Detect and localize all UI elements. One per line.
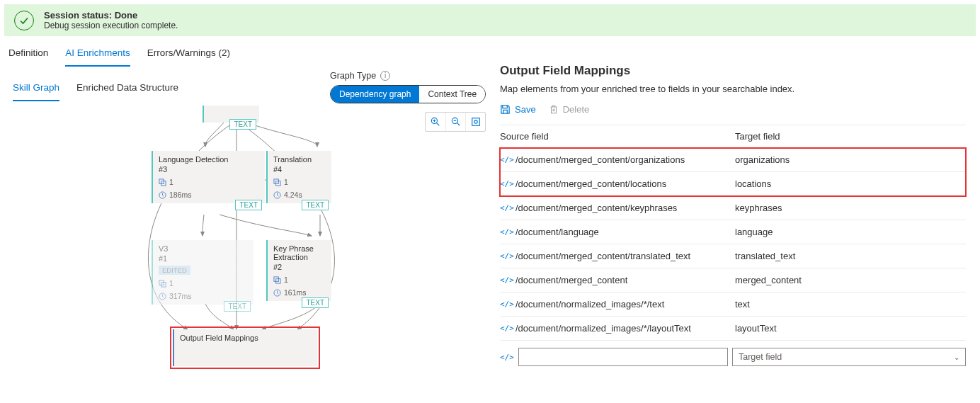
code-icon: </>: [500, 227, 515, 237]
status-banner: Session status: Done Debug session execu…: [4, 4, 976, 36]
page-title: Output Field Mappings: [500, 64, 966, 78]
code-icon: </>: [500, 324, 515, 333]
target-field-value: language: [735, 227, 966, 237]
text-tag: TEXT: [224, 301, 251, 312]
mapping-row[interactable]: </> /document/merged_content/organizatio…: [500, 148, 966, 172]
text-tag: TEXT: [229, 119, 256, 130]
status-subtitle: Debug session execution complete.: [44, 21, 178, 30]
source-field-value: /document/merged_content/keyphrases: [515, 203, 735, 213]
code-icon: </>: [500, 251, 515, 261]
header-target-field: Target field: [735, 131, 966, 142]
trash-icon: [549, 104, 559, 115]
code-icon: </>: [500, 203, 515, 212]
target-field-value: translated_text: [735, 251, 966, 261]
skill-name: Language Detection: [159, 155, 259, 164]
mapping-row[interactable]: </> /document/merged_content merged_cont…: [500, 268, 966, 293]
edited-badge: EDITED: [159, 266, 190, 275]
skill-id: #3: [159, 165, 259, 174]
target-field-value: merged_content: [735, 275, 966, 285]
skill-node-language-detection[interactable]: Language Detection #3 1 186ms TEXT: [152, 151, 265, 203]
mapping-row[interactable]: </> /document/merged_content/translated_…: [500, 244, 966, 268]
skill-id: #2: [273, 263, 326, 271]
status-title: Session status: Done: [44, 10, 178, 21]
source-field-value: /document/merged_content/translated_text: [515, 251, 735, 261]
mapping-table-header: Source field Target field: [500, 125, 966, 148]
skill-name: V3: [159, 244, 248, 253]
skill-name: Key Phrase Extraction: [273, 244, 326, 261]
highlighted-rows: </> /document/merged_content/organizatio…: [500, 148, 966, 196]
target-field-value: layoutText: [735, 323, 966, 334]
tab-skill-graph[interactable]: Skill Graph: [13, 79, 59, 101]
target-field-value: text: [735, 299, 966, 310]
mapping-row[interactable]: </> /document/merged_content/locations l…: [500, 172, 966, 196]
info-icon[interactable]: i: [380, 71, 390, 81]
text-tag: TEXT: [302, 200, 329, 210]
tab-enriched-data[interactable]: Enriched Data Structure: [76, 79, 178, 101]
code-icon: </>: [500, 276, 515, 285]
toggle-context-tree[interactable]: Context Tree: [419, 86, 485, 103]
skill-name: Translation: [273, 155, 326, 164]
mapping-row[interactable]: </> /document/normalized_images/*/layout…: [500, 317, 966, 341]
source-field-value: /document/merged_content/locations: [515, 178, 735, 189]
source-field-value: /document/normalized_images/*/text: [515, 299, 735, 310]
tab-definition[interactable]: Definition: [8, 43, 48, 67]
skill-node-output-field-mappings[interactable]: Output Field Mappings: [173, 329, 317, 366]
skill-name: Output Field Mappings: [180, 334, 312, 342]
source-field-value: /document/merged_content/organizations: [515, 154, 735, 165]
toggle-dependency-graph[interactable]: Dependency graph: [331, 86, 419, 103]
save-button[interactable]: Save: [500, 104, 536, 115]
skill-node-v3[interactable]: V3 #1 EDITED 1 317ms TEXT: [152, 240, 253, 305]
graph-type-label: Graph Type: [330, 71, 376, 81]
skill-node-translation[interactable]: Translation #4 1 4.24s TEXT: [266, 151, 331, 203]
skill-node-key-phrase[interactable]: Key Phrase Extraction #2 1 161ms TEXT: [266, 240, 331, 301]
source-field-value: /document/merged_content: [515, 275, 735, 285]
delete-button: Delete: [549, 104, 590, 115]
tab-errors-warnings[interactable]: Errors/Warnings (2): [147, 43, 230, 67]
target-field-value: locations: [735, 178, 966, 189]
source-field-value: /document/language: [515, 227, 735, 237]
mapping-row[interactable]: </> /document/merged_content/keyphrases …: [500, 196, 966, 220]
skill-id: #1: [159, 254, 248, 263]
mapping-row[interactable]: </> /document/language language: [500, 220, 966, 244]
skill-graph-canvas[interactable]: TEXT Language Detection #3 1 186ms TEXT …: [0, 106, 490, 403]
save-icon: [500, 104, 511, 115]
target-field-value: organizations: [735, 154, 966, 165]
skill-id: #4: [273, 165, 326, 174]
text-tag: TEXT: [235, 200, 262, 210]
code-icon: </>: [500, 300, 515, 309]
chevron-down-icon: ⌄: [954, 353, 959, 361]
source-field-value: /document/normalized_images/*/layoutText: [515, 323, 735, 334]
tab-ai-enrichments[interactable]: AI Enrichments: [65, 43, 130, 67]
top-tabs: Definition AI Enrichments Errors/Warning…: [0, 38, 980, 67]
checkmark-icon: [14, 11, 34, 30]
target-field-value: keyphrases: [735, 203, 966, 213]
text-tag: TEXT: [302, 297, 329, 308]
mapping-row[interactable]: </> /document/normalized_images/*/text t…: [500, 293, 966, 317]
new-mapping-row: </> Target field ⌄: [500, 341, 966, 366]
code-icon: </>: [500, 179, 515, 188]
page-description: Map elements from your enriched tree to …: [500, 84, 966, 94]
code-icon: </>: [500, 155, 515, 164]
header-source-field: Source field: [500, 131, 735, 142]
graph-type-toggle: Dependency graph Context Tree: [330, 85, 486, 103]
code-icon: </>: [500, 353, 514, 362]
target-field-select[interactable]: Target field ⌄: [732, 348, 966, 366]
graph-root-node[interactable]: TEXT: [203, 106, 259, 123]
source-field-input[interactable]: [518, 348, 728, 366]
